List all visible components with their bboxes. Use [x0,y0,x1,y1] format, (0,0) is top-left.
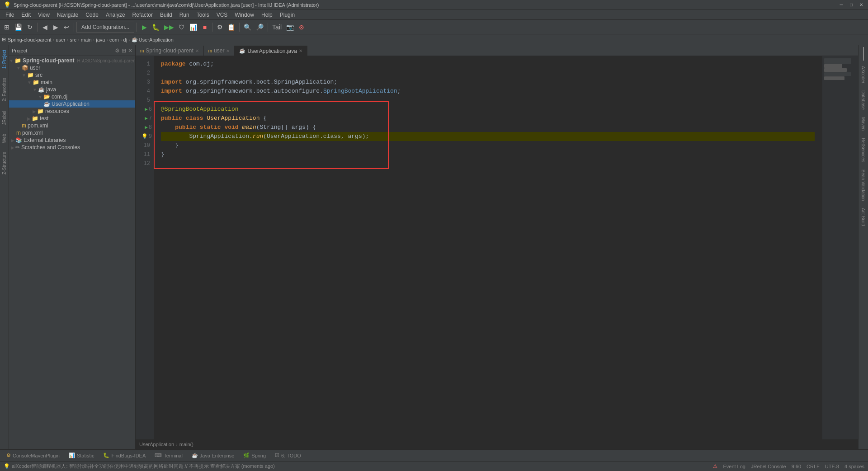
tree-pom1[interactable]: m pom.xml [9,122,135,129]
tree-ext-libs[interactable]: ▶ 📚 External Libraries [9,137,135,144]
event-log-label[interactable]: Event Log [723,464,745,469]
nav-java[interactable]: java [96,37,105,42]
bottom-tab-statistic[interactable]: 📊 Statistic [64,452,99,459]
bottom-tab-findbugs[interactable]: 🐛 FindBugs-IDEA [99,452,150,459]
minimize-btn[interactable]: ─ [838,2,844,8]
right-panel-ant-build[interactable]: Ant Build [859,204,867,230]
bottom-tab-spring[interactable]: 🌿 Spring [239,452,270,459]
tree-java[interactable]: ▼ ☕ java [9,86,135,93]
menu-analyze[interactable]: Analyze [102,11,129,19]
bottom-tab-console-maven[interactable]: ⚙ ConsoleMavenPlugin [2,452,64,459]
run-icon-7[interactable]: ▶ [145,114,148,123]
menu-build[interactable]: Build [156,11,176,19]
bottom-tab-terminal[interactable]: ⌨ Terminal [150,452,187,459]
menu-plugin[interactable]: Plugin [276,11,298,19]
tree-resources[interactable]: ▶ 📁 resources [9,108,135,115]
menu-run[interactable]: Run [176,11,193,19]
toolbar-stop-btn[interactable]: ■ [200,22,210,33]
tree-scratches[interactable]: ▶ ✏ Scratches and Consoles [9,144,135,151]
project-close-btn[interactable]: ✕ [128,47,132,54]
toolbar-profile-btn[interactable]: 📊 [188,22,199,33]
nav-com[interactable]: com [109,37,119,42]
nav-userap[interactable]: UserApplication [139,37,174,42]
menu-edit[interactable]: Edit [18,11,34,19]
menu-window[interactable]: Window [231,11,258,19]
menu-file[interactable]: File [2,11,18,19]
nav-dj[interactable]: dj [123,37,127,42]
tab-close-2[interactable]: ✕ [226,48,230,53]
nav-src[interactable]: src [70,37,76,42]
run-icon-8[interactable]: ▶ [145,123,148,132]
event-log-btn[interactable]: ⚠ [713,463,717,469]
tab-close-3[interactable]: ✕ [299,48,302,53]
tree-spring-cloud-parent[interactable]: ▼ 📁 Spring-cloud-parent H:\CSDN\Spring-c… [9,57,135,64]
tree-src[interactable]: ▼ 📁 src [9,71,135,79]
toolbar-search-btn[interactable]: 🔍 [242,22,253,33]
right-panel-bean-validation[interactable]: Bean Validation [859,166,867,204]
panel-project[interactable]: 1: Project [0,45,9,73]
resources-folder-icon: 📁 [37,108,44,114]
toolbar-coverage-btn[interactable]: 🛡 [177,22,187,33]
right-panel-aixcoder[interactable]: AXcoder [859,62,867,87]
panel-web[interactable]: Web [0,129,9,147]
nav-main[interactable]: main [81,37,92,42]
line-1: 1 [136,60,154,69]
toolbar-recent-btn[interactable]: ↩ [61,22,71,33]
java-file-icon: ☕ [43,101,50,107]
right-panel-maven[interactable]: Maven [859,113,867,134]
breadcrumb-main[interactable]: main() [179,442,193,447]
breadcrumb-userap[interactable]: UserApplication [139,442,174,447]
menu-navigate[interactable]: Navigate [53,11,82,19]
menu-tools[interactable]: Tools [193,11,213,19]
project-layout-btn[interactable]: ⊞ [122,47,126,54]
tab-user[interactable]: m user ✕ [204,46,235,56]
tree-com-dj[interactable]: ▼ 📂 com.dj [9,93,135,100]
bottom-tab-todo[interactable]: ☑ 6: TODO [270,452,306,459]
add-config-button[interactable]: Add Configuration... [76,22,134,33]
toolbar-save-btn[interactable]: 💾 [13,22,24,33]
toolbar-git-btn[interactable]: ⚙ [215,22,225,33]
menu-refactor[interactable]: Refactor [129,11,156,19]
menu-vcs[interactable]: VCS [213,11,231,19]
toolbar-forward-btn[interactable]: ▶ [51,22,61,33]
toolbar-project-btn[interactable]: ⊞ [2,22,12,33]
tree-user[interactable]: ▼ 📦 user [9,64,135,71]
tab-close-1[interactable]: ✕ [195,48,199,53]
panel-favorites[interactable]: 2: Favorites [0,73,9,106]
close-btn[interactable]: ✕ [858,2,864,8]
code-content-area[interactable]: package com.dj; import org.springframewo… [154,56,822,439]
tree-userapplication[interactable]: ☕ UserApplication [9,100,135,108]
tree-pom2[interactable]: m pom.xml [9,129,135,137]
tab-userap[interactable]: ☕ UserApplication.java ✕ [235,46,307,56]
tree-main[interactable]: ▼ 📁 main [9,79,135,86]
indent[interactable]: 4 spaces [844,464,864,469]
toolbar-run-btn[interactable]: ▶ [139,22,149,33]
panel-structure[interactable]: Z-Structure [0,147,9,179]
toolbar-back-btn[interactable]: ◀ [40,22,50,33]
menu-view[interactable]: View [34,11,53,19]
toolbar-tail-btn[interactable]: Tail [270,22,283,33]
jrebel-console-label[interactable]: JRebel Console [751,464,786,469]
toolbar-find-btn[interactable]: 🔎 [254,22,265,33]
nav-spring-cloud[interactable]: Spring-cloud-parent [8,37,52,42]
tree-test[interactable]: ▶ 📁 test [9,115,135,122]
charset[interactable]: UTF-8 [825,464,839,469]
bottom-tab-java-enterprise[interactable]: ☕ Java Enterprise [187,452,239,459]
bottom-tabs-bar: ⚙ ConsoleMavenPlugin 📊 Statistic 🐛 FindB… [0,449,868,461]
maximize-btn[interactable]: □ [848,2,854,8]
project-settings-btn[interactable]: ⚙ [115,47,120,54]
toolbar-camera-btn[interactable]: 📷 [284,22,296,33]
toolbar-patch-btn[interactable]: 📋 [226,22,237,33]
run-icon-6[interactable]: ▶ [145,105,148,114]
menu-help[interactable]: Help [258,11,276,19]
right-panel-database[interactable]: Database [859,87,867,113]
tab-spring-cloud-parent[interactable]: m Spring-cloud-parent ✕ [136,46,204,56]
right-panel-retservices[interactable]: RetServices [859,134,867,166]
menu-code[interactable]: Code [82,11,102,19]
nav-user[interactable]: user [56,37,65,42]
panel-jrebel[interactable]: JRebel [0,106,9,129]
toolbar-run2-btn[interactable]: ▶▶ [162,22,176,33]
toolbar-sync-btn[interactable]: ↻ [25,22,35,33]
toolbar-power-btn[interactable]: ⊗ [297,22,307,33]
toolbar-debug-btn[interactable]: 🐛 [150,22,161,33]
